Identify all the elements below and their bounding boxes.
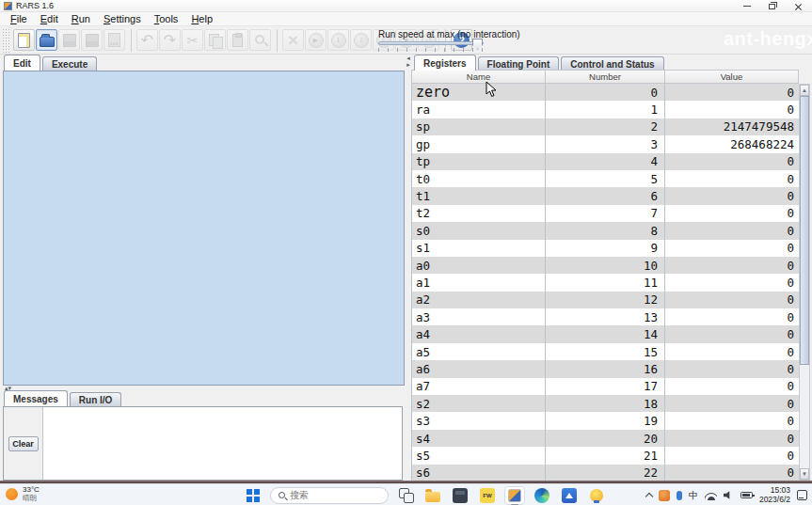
code-edit-area[interactable]: [3, 71, 405, 386]
microphone-icon[interactable]: [677, 491, 682, 500]
save-as-button[interactable]: [81, 29, 103, 51]
register-value[interactable]: 268468224: [665, 135, 799, 152]
menu-run[interactable]: Run: [65, 12, 97, 25]
a2[interactable]: a2 12 0: [412, 292, 799, 308]
edge-button[interactable]: [532, 486, 552, 505]
tab-run-io[interactable]: Run I/O: [70, 392, 122, 406]
column-header-value[interactable]: Value: [665, 71, 798, 83]
close-button[interactable]: [785, 0, 810, 12]
s6[interactable]: s6 22 0: [412, 465, 799, 481]
a3[interactable]: a3 13 0: [412, 308, 799, 325]
register-value[interactable]: 0: [665, 378, 799, 395]
find-replace-button[interactable]: [249, 29, 271, 51]
register-value[interactable]: 0: [665, 308, 799, 325]
tab-floating-point[interactable]: Floating Point: [478, 56, 560, 71]
register-scrollbar[interactable]: ▲ ▼: [799, 84, 810, 481]
volume-icon[interactable]: [724, 491, 734, 500]
task-view-button[interactable]: [395, 486, 416, 505]
assemble-button[interactable]: [282, 29, 304, 51]
weather-widget[interactable]: 33°C 晴朗: [6, 485, 40, 502]
register-value[interactable]: 0: [665, 153, 799, 170]
s0[interactable]: s0 8 0: [412, 222, 799, 239]
open-file-button[interactable]: [36, 29, 57, 51]
register-value[interactable]: 0: [665, 412, 799, 429]
save-button[interactable]: [58, 29, 80, 51]
ra[interactable]: ra 1 0: [412, 101, 799, 118]
register-value[interactable]: 0: [665, 101, 799, 118]
register-value[interactable]: 0: [665, 343, 799, 360]
a1[interactable]: a1 11 0: [412, 274, 799, 291]
tab-messages[interactable]: Messages: [4, 390, 68, 406]
ime-indicator[interactable]: 中: [689, 489, 698, 502]
tray-orange-app-icon[interactable]: [659, 490, 670, 501]
tab-execute[interactable]: Execute: [42, 56, 97, 71]
t2[interactable]: t2 7 0: [412, 205, 799, 222]
cut-button[interactable]: [182, 29, 203, 51]
messages-output[interactable]: [42, 407, 402, 480]
redo-button[interactable]: [159, 29, 181, 51]
column-header-name[interactable]: Name: [412, 71, 546, 83]
register-value[interactable]: 0: [665, 447, 799, 464]
t0[interactable]: t0 5 0: [412, 170, 799, 187]
clear-button[interactable]: Clear: [8, 436, 39, 451]
scrollbar-down-icon[interactable]: ▼: [800, 468, 809, 480]
run-button[interactable]: [305, 29, 326, 51]
file-explorer-button[interactable]: [422, 486, 443, 505]
scrollbar-thumb[interactable]: [800, 96, 809, 365]
blue-app-button[interactable]: [559, 486, 580, 505]
menu-file[interactable]: File: [4, 12, 34, 25]
tab-edit[interactable]: Edit: [4, 55, 40, 71]
run-speed-slider[interactable]: [378, 41, 484, 45]
copy-button[interactable]: [204, 29, 226, 51]
a7[interactable]: a7 17 0: [412, 378, 799, 395]
taskbar-search[interactable]: [270, 487, 389, 504]
paste-button[interactable]: [227, 29, 248, 51]
minimize-button[interactable]: [734, 0, 759, 12]
bulb-app-button[interactable]: [586, 486, 607, 505]
restore-button[interactable]: [759, 0, 785, 12]
step-button[interactable]: [327, 29, 349, 51]
s2[interactable]: s2 18 0: [412, 395, 799, 412]
t1[interactable]: t1 6 0: [412, 187, 799, 204]
tab-control-status[interactable]: Control and Status: [561, 56, 663, 71]
fw-app-button[interactable]: [477, 486, 498, 505]
tab-registers[interactable]: Registers: [414, 55, 476, 71]
sp[interactable]: sp 2 2147479548: [412, 118, 799, 135]
splitter-arrows[interactable]: ▸: [406, 61, 410, 68]
undo-button[interactable]: [136, 29, 158, 51]
s3[interactable]: s3 19 0: [412, 412, 799, 429]
splitter-arrows[interactable]: ◂: [406, 55, 410, 61]
register-value[interactable]: 0: [665, 257, 799, 274]
tp[interactable]: tp 4 0: [412, 153, 799, 170]
a5[interactable]: a5 15 0: [412, 343, 799, 360]
register-value[interactable]: 2147479548: [665, 118, 799, 135]
register-value[interactable]: 0: [665, 240, 799, 257]
register-value[interactable]: 0: [665, 274, 799, 291]
s4[interactable]: s4 20 0: [412, 430, 799, 447]
dark-app-button[interactable]: [450, 486, 470, 505]
wifi-icon[interactable]: [705, 491, 717, 500]
s1[interactable]: s1 9 0: [412, 240, 799, 257]
register-value[interactable]: 0: [665, 292, 799, 308]
backstep-button[interactable]: [350, 29, 372, 51]
tray-chevron-icon[interactable]: [645, 492, 653, 499]
register-value[interactable]: 0: [665, 222, 799, 239]
scrollbar-up-icon[interactable]: ▲: [800, 85, 809, 96]
register-value[interactable]: 0: [665, 360, 799, 377]
menu-edit[interactable]: Edit: [34, 12, 65, 25]
s5[interactable]: s5 21 0: [412, 447, 799, 464]
menu-settings[interactable]: Settings: [97, 12, 148, 25]
register-value[interactable]: 0: [665, 205, 799, 222]
start-button[interactable]: [243, 486, 263, 505]
menu-tools[interactable]: Tools: [148, 12, 185, 25]
register-value[interactable]: 0: [665, 170, 799, 187]
register-value[interactable]: 0: [665, 465, 799, 481]
dump-memory-button[interactable]: [103, 29, 125, 51]
toolbar-grip[interactable]: [2, 28, 10, 53]
battery-icon[interactable]: [740, 492, 753, 498]
search-input[interactable]: [290, 490, 374, 500]
register-value[interactable]: 0: [665, 84, 799, 101]
menu-help[interactable]: Help: [184, 12, 219, 25]
a6[interactable]: a6 16 0: [412, 360, 799, 377]
zero[interactable]: zero 0 0: [412, 84, 799, 101]
